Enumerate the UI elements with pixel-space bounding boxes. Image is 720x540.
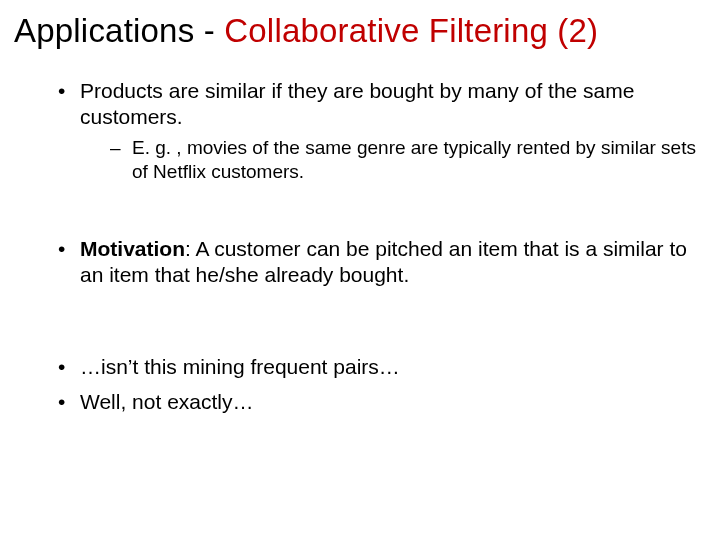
bullet-list: Products are similar if they are bought … — [14, 78, 706, 184]
spacer — [14, 192, 706, 236]
bullet-item-4: Well, not exactly… — [58, 389, 706, 415]
bullet-item-2: Motivation: A customer can be pitched an… — [58, 236, 706, 289]
bullet-list: Motivation: A customer can be pitched an… — [14, 236, 706, 289]
bullet-label-motivation: Motivation — [80, 237, 185, 260]
sub-bullet-list: E. g. , movies of the same genre are typ… — [80, 136, 706, 184]
slide: Applications - Collaborative Filtering (… — [0, 0, 720, 540]
bullet-item-1: Products are similar if they are bought … — [58, 78, 706, 184]
bullet-list: …isn’t this mining frequent pairs… Well,… — [14, 354, 706, 415]
bullet-text: Well, not exactly… — [80, 390, 254, 413]
sub-bullet-item-1: E. g. , movies of the same genre are typ… — [110, 136, 706, 184]
bullet-text: Products are similar if they are bought … — [80, 79, 634, 128]
spacer — [14, 296, 706, 354]
title-part-b: Collaborative Filtering (2) — [224, 12, 598, 49]
bullet-item-3: …isn’t this mining frequent pairs… — [58, 354, 706, 380]
sub-bullet-text: E. g. , movies of the same genre are typ… — [132, 137, 696, 182]
slide-title: Applications - Collaborative Filtering (… — [14, 12, 706, 50]
title-part-a: Applications - — [14, 12, 224, 49]
bullet-text: …isn’t this mining frequent pairs… — [80, 355, 400, 378]
